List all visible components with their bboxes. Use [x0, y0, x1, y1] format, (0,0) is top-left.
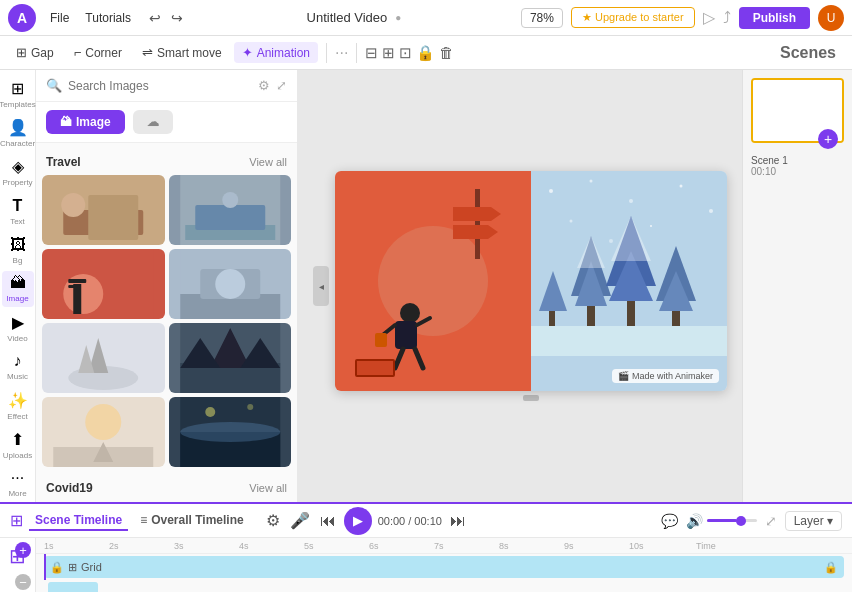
undo-button[interactable]: ↩ [145, 8, 165, 28]
track-lock-left-icon[interactable]: 🔒 [50, 561, 64, 574]
timeline-track-area: ⊞ + − 1s 2s 3s 4s 5s 6s 7s 8s 9s 10s Tim… [0, 538, 852, 592]
remove-track-button[interactable]: − [15, 574, 31, 590]
timeline-icon[interactable]: ⊞ [10, 511, 23, 530]
toolbar-more[interactable]: ··· [335, 44, 348, 62]
grid-icon[interactable]: ⊞ [382, 44, 395, 62]
filter-icon[interactable]: ⚙ [258, 78, 270, 93]
travel-view-all[interactable]: View all [249, 156, 287, 168]
canvas-right-scene[interactable]: 🎬 Made with Animaker [531, 171, 727, 391]
timeline-right-controls: 💬 🔊 ⤢ Layer ▾ [661, 511, 842, 531]
scene-thumbnail-1[interactable]: + [751, 78, 844, 143]
split-icon[interactable]: ⊟ [365, 44, 378, 62]
top-menu: File Tutorials [44, 9, 137, 27]
sidebar-item-text[interactable]: T Text [2, 193, 34, 230]
tab-overall-timeline[interactable]: ≡ Overall Timeline [134, 511, 250, 531]
redo-button[interactable]: ↪ [167, 8, 187, 28]
animaker-icon: 🎬 [618, 371, 629, 381]
uploads-label: Uploads [3, 451, 32, 460]
list-item[interactable] [169, 249, 292, 319]
image-icon: 🏔 [10, 274, 26, 292]
svg-point-16 [215, 269, 245, 299]
mini-clip[interactable] [48, 582, 98, 592]
tab-image-button[interactable]: 🏔 Image [46, 110, 125, 134]
gap-label: Gap [31, 46, 54, 60]
sidebar-item-effect[interactable]: ✨ Effect [2, 387, 34, 424]
volume-fill [707, 519, 737, 522]
toolbar-gap[interactable]: ⊞ Gap [8, 42, 62, 63]
volume-icon[interactable]: 🔊 [686, 513, 703, 529]
camera-icon[interactable]: ⊡ [399, 44, 412, 62]
menu-tutorials[interactable]: Tutorials [79, 9, 137, 27]
ruler-mark-2s: 2s [109, 541, 174, 551]
bg-label: Bg [13, 256, 23, 265]
app-logo[interactable]: A [8, 4, 36, 32]
zoom-selector[interactable]: 78% [521, 8, 563, 28]
layer-dropdown[interactable]: Layer ▾ [785, 511, 842, 531]
skip-back-button[interactable]: ⏮ [318, 510, 338, 532]
toolbar-smart-move[interactable]: ⇌ Smart move [134, 42, 230, 63]
list-item[interactable] [169, 175, 292, 245]
main-layout: ⊞ Templates 👤 Character ◈ Property T Tex… [0, 70, 852, 502]
project-title[interactable]: Untitled Video [307, 10, 388, 25]
tab-cloud-button[interactable]: ☁ [133, 110, 173, 134]
volume-thumb[interactable] [736, 516, 746, 526]
track-lock-right-icon[interactable]: 🔒 [824, 561, 838, 574]
svg-rect-3 [88, 195, 138, 240]
covid19-view-all[interactable]: View all [249, 482, 287, 494]
skip-forward-button[interactable]: ⏭ [448, 510, 468, 532]
toolbar-animation[interactable]: ✦ Animation [234, 42, 318, 63]
ruler-mark-8s: 8s [499, 541, 564, 551]
delete-icon[interactable]: 🗑 [439, 44, 454, 61]
sidebar-item-image[interactable]: 🏔 Image [2, 271, 34, 308]
volume-track[interactable] [707, 519, 757, 522]
mic-button[interactable]: 🎤 [288, 509, 312, 532]
list-item[interactable] [169, 397, 292, 467]
sidebar-item-character[interactable]: 👤 Character [2, 115, 34, 152]
scene-add-button[interactable]: + [818, 129, 838, 149]
timeline-track-row-1: 🔒 ⊞ Grid 🔒 [36, 554, 852, 580]
expand-timeline-icon[interactable]: ⤢ [765, 513, 777, 529]
play-button[interactable]: ▶ [344, 507, 372, 535]
toolbar-corner[interactable]: ⌐ Corner [66, 42, 130, 63]
timeline-settings-button[interactable]: ⚙ [264, 509, 282, 532]
sidebar-item-uploads[interactable]: ⬆ Uploads [2, 426, 34, 463]
captions-icon[interactable]: 💬 [661, 513, 678, 529]
list-item[interactable] [42, 175, 165, 245]
list-item[interactable] [42, 323, 165, 393]
resize-handle[interactable] [523, 395, 539, 401]
add-track-button[interactable]: + [15, 542, 31, 558]
track-clip-grid[interactable]: 🔒 ⊞ Grid 🔒 [44, 556, 844, 578]
preview-icon[interactable]: ▷ [703, 8, 715, 27]
sidebar-item-bg[interactable]: 🖼 Bg [2, 232, 34, 269]
property-icon: ◈ [12, 157, 24, 176]
canvas-left-scene[interactable] [335, 171, 531, 391]
list-item[interactable] [42, 397, 165, 467]
expand-panel-icon[interactable]: ⤢ [276, 78, 287, 93]
svg-marker-65 [577, 236, 605, 268]
toolbar-separator-1 [326, 43, 327, 63]
sidebar-item-video[interactable]: ▶ Video [2, 309, 34, 346]
scene-meta: Scene 1 00:10 [751, 155, 844, 177]
share-icon[interactable]: ⤴ [723, 9, 731, 27]
smart-move-icon: ⇌ [142, 45, 153, 60]
lock-icon[interactable]: 🔒 [416, 44, 435, 62]
topbar: A File Tutorials ↩ ↪ Untitled Video ● 78… [0, 0, 852, 36]
list-item[interactable] [169, 323, 292, 393]
publish-button[interactable]: Publish [739, 7, 810, 29]
search-input[interactable] [68, 79, 252, 93]
travel-image-grid [42, 175, 291, 467]
collapse-panel-button[interactable]: ◂ [313, 266, 329, 306]
tab-scene-timeline[interactable]: Scene Timeline [29, 511, 128, 531]
avatar[interactable]: U [818, 5, 844, 31]
upgrade-button[interactable]: ★ Upgrade to starter [571, 7, 695, 28]
winter-trees-illustration [531, 171, 727, 391]
menu-file[interactable]: File [44, 9, 75, 27]
sidebar-item-more[interactable]: ··· More [2, 465, 34, 502]
list-item[interactable] [42, 249, 165, 319]
sidebar-item-music[interactable]: ♪ Music [2, 348, 34, 385]
timeline-section: ⊞ Scene Timeline ≡ Overall Timeline ⚙ 🎤 … [0, 502, 852, 592]
svg-rect-35 [475, 189, 480, 259]
bg-icon: 🖼 [10, 236, 26, 254]
sidebar-item-templates[interactable]: ⊞ Templates [2, 76, 34, 113]
sidebar-item-property[interactable]: ◈ Property [2, 154, 34, 191]
